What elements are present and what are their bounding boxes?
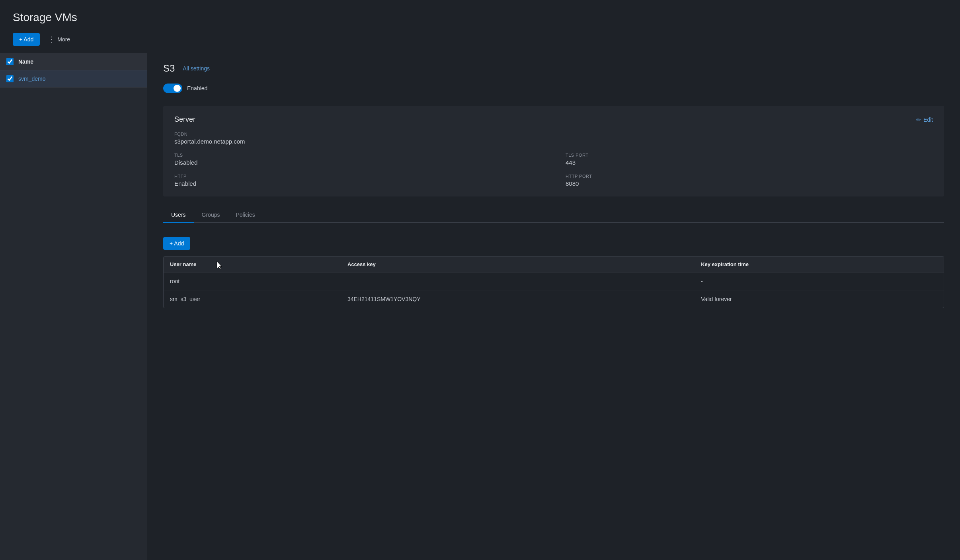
- toggle-slider: [163, 84, 182, 93]
- table-header-row: User name Access key Key expiration time: [164, 257, 944, 272]
- http-port-label: HTTP PORT: [566, 174, 933, 179]
- edit-pencil-icon: ✏: [916, 117, 921, 123]
- edit-label: Edit: [923, 117, 933, 123]
- more-dots-icon: ⋮: [48, 35, 55, 44]
- tab-users[interactable]: Users: [163, 208, 194, 223]
- http-group: HTTP Enabled: [174, 174, 542, 187]
- col-username: User name: [164, 257, 341, 272]
- tabs-nav: Users Groups Policies: [163, 208, 944, 223]
- http-value: Enabled: [174, 180, 542, 187]
- cell-key-expiration: Valid forever: [695, 290, 944, 308]
- users-section: + Add User name Access key Key expiratio…: [163, 231, 944, 308]
- table-row: sm_s3_user 34EH21411SMW1YOV3NQY Valid fo…: [164, 290, 944, 308]
- select-all-checkbox[interactable]: [6, 58, 14, 65]
- svm-demo-label: svm_demo: [18, 76, 45, 82]
- detail-panel: S3 All settings Enabled Server ✏ Edit: [147, 53, 960, 560]
- cell-key-expiration: -: [695, 272, 944, 290]
- server-section: Server ✏ Edit FQDN s3portal.demo.netapp.…: [163, 106, 944, 196]
- toggle-container: Enabled: [163, 84, 944, 93]
- http-port-value: 8080: [566, 180, 933, 187]
- http-port-group: HTTP PORT 8080: [566, 174, 933, 187]
- toolbar: + Add ⋮ More: [13, 32, 947, 47]
- sidebar-item-svm-demo[interactable]: svm_demo: [0, 70, 147, 88]
- svm-demo-checkbox[interactable]: [6, 75, 14, 82]
- fqdn-label: FQDN: [174, 132, 933, 136]
- server-title: Server: [174, 115, 195, 124]
- users-toolbar: + Add: [163, 231, 944, 256]
- main-content: Name svm_demo S3 All settings Enabled: [0, 53, 960, 560]
- cell-username: root: [164, 272, 341, 290]
- add-user-button[interactable]: + Add: [163, 237, 190, 250]
- server-fields: FQDN s3portal.demo.netapp.com TLS Disabl…: [174, 132, 933, 187]
- page-title: Storage VMs: [13, 11, 947, 24]
- fqdn-value: s3portal.demo.netapp.com: [174, 138, 933, 145]
- tls-port-group: TLS PORT 443: [566, 153, 933, 166]
- users-table-wrapper: User name Access key Key expiration time…: [163, 256, 944, 308]
- edit-link[interactable]: ✏ Edit: [916, 117, 933, 123]
- cell-username: sm_s3_user: [164, 290, 341, 308]
- tabs-container: Users Groups Policies: [163, 208, 944, 223]
- enabled-label: Enabled: [187, 85, 207, 91]
- page-header: Storage VMs + Add ⋮ More: [0, 0, 960, 53]
- tab-groups[interactable]: Groups: [194, 208, 228, 223]
- tls-label: TLS: [174, 153, 542, 158]
- tls-group: TLS Disabled: [174, 153, 542, 166]
- col-key-expiration: Key expiration time: [695, 257, 944, 272]
- detail-title: S3: [163, 63, 175, 74]
- enabled-toggle[interactable]: [163, 84, 182, 93]
- server-header: Server ✏ Edit: [174, 115, 933, 124]
- detail-header: S3 All settings: [163, 63, 944, 74]
- tab-policies[interactable]: Policies: [228, 208, 263, 223]
- fqdn-group: FQDN s3portal.demo.netapp.com: [174, 132, 933, 145]
- cell-access-key: [341, 272, 695, 290]
- tls-port-label: TLS PORT: [566, 153, 933, 158]
- add-button[interactable]: + Add: [13, 33, 40, 46]
- users-table: User name Access key Key expiration time…: [164, 257, 944, 308]
- more-button[interactable]: ⋮ More: [45, 32, 73, 47]
- sidebar-header: Name: [0, 53, 147, 70]
- more-label: More: [57, 36, 70, 43]
- col-access-key: Access key: [341, 257, 695, 272]
- tls-port-value: 443: [566, 159, 933, 166]
- http-label: HTTP: [174, 174, 542, 179]
- all-settings-link[interactable]: All settings: [183, 65, 210, 72]
- cell-access-key: 34EH21411SMW1YOV3NQY: [341, 290, 695, 308]
- table-row: root -: [164, 272, 944, 290]
- tls-value: Disabled: [174, 159, 542, 166]
- sidebar-col-label: Name: [18, 58, 33, 65]
- sidebar: Name svm_demo: [0, 53, 147, 560]
